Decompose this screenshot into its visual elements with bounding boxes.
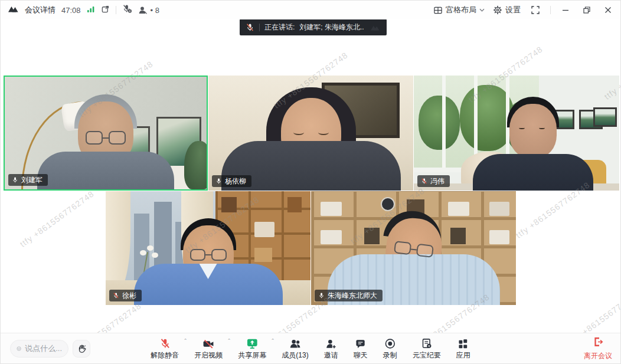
participant-name: 杨依柳 bbox=[225, 178, 246, 185]
participant-name: 刘建军 bbox=[21, 176, 43, 183]
video-feed bbox=[5, 77, 207, 189]
video-tile-xubin[interactable]: 徐彬 bbox=[106, 191, 310, 305]
divider bbox=[550, 6, 551, 14]
chat-placeholder: 说点什么... bbox=[25, 343, 62, 354]
video-grid: 刘建军 杨依柳 bbox=[1, 19, 620, 333]
participant-nametag: 冯伟 bbox=[417, 175, 450, 187]
leave-meeting-button[interactable]: 离开会议 bbox=[584, 333, 612, 364]
layout-switcher[interactable]: 宫格布局 bbox=[433, 5, 485, 15]
meeting-window: 会议详情 47:08 • 8 宫格布局 bbox=[0, 0, 621, 364]
muted-mic-icon bbox=[246, 23, 254, 32]
mic-on-icon bbox=[215, 178, 222, 185]
muted-members-indicator[interactable]: • 8 bbox=[138, 6, 159, 15]
mic-on-icon bbox=[12, 176, 18, 183]
leave-door-icon bbox=[593, 336, 604, 350]
apps-grid-icon bbox=[458, 337, 469, 349]
invite-button[interactable]: 邀请 bbox=[316, 333, 346, 364]
video-feed bbox=[414, 76, 619, 191]
participant-nametag: 刘建军 bbox=[8, 174, 48, 186]
video-tile-yangyiliu[interactable]: 杨依柳 bbox=[208, 76, 413, 191]
unmute-button[interactable]: 解除静音 ⌃ bbox=[143, 333, 187, 364]
participant-nametag: 杨依柳 bbox=[212, 175, 251, 187]
active-speaker-banner: 正在讲话: 刘建军; 朱海峰东北.. bbox=[240, 19, 387, 35]
bottom-toolbar: 说点什么... 解除静音 ⌃ 开启视频 ⌃ bbox=[1, 333, 620, 363]
minimize-button[interactable] bbox=[559, 4, 572, 17]
minutes-doc-icon bbox=[421, 337, 432, 349]
participant-nametag: 朱海峰东北师大 bbox=[315, 290, 383, 301]
invite-icon bbox=[325, 337, 336, 349]
participant-name: 朱海峰东北师大 bbox=[328, 292, 377, 299]
camera-off-icon bbox=[202, 337, 214, 349]
smiley-icon bbox=[17, 344, 21, 353]
participant-name: 冯伟 bbox=[430, 178, 444, 185]
divider bbox=[259, 24, 260, 31]
speaking-prefix: 正在讲话: bbox=[264, 22, 295, 32]
raise-hand-button[interactable] bbox=[73, 340, 90, 358]
yuanbao-minutes-button[interactable]: 元宝纪要 bbox=[405, 333, 449, 364]
video-feed bbox=[106, 191, 310, 305]
muted-count: • 8 bbox=[151, 6, 159, 15]
settings-label: 设置 bbox=[505, 5, 521, 15]
participant-nametag: 徐彬 bbox=[109, 290, 142, 301]
gear-icon bbox=[493, 5, 502, 15]
close-button[interactable] bbox=[602, 4, 615, 17]
record-icon bbox=[384, 337, 396, 349]
meeting-info-link[interactable]: 会议详情 bbox=[25, 5, 55, 15]
layout-label: 宫格布局 bbox=[446, 5, 476, 15]
leave-label: 离开会议 bbox=[584, 351, 612, 361]
raised-hand-icon bbox=[77, 344, 87, 354]
video-tile-fengwei[interactable]: 冯伟 bbox=[414, 76, 619, 191]
start-video-button[interactable]: 开启视频 ⌃ bbox=[187, 333, 230, 364]
video-tile-zhuhaifeng[interactable]: 朱海峰东北师大 bbox=[311, 191, 516, 305]
chat-input[interactable]: 说点什么... bbox=[10, 340, 68, 358]
participant-name: 徐彬 bbox=[122, 292, 136, 299]
banner-logo-watermark-icon bbox=[370, 24, 381, 31]
share-screen-button[interactable]: 共享屏幕 ⌃ bbox=[230, 333, 274, 364]
speaking-names: 刘建军; 朱海峰东北.. bbox=[299, 22, 364, 32]
record-button[interactable]: 录制 bbox=[375, 333, 405, 364]
open-external-icon[interactable] bbox=[101, 5, 110, 16]
network-signal-icon[interactable] bbox=[87, 5, 95, 15]
chat-button[interactable]: 聊天 bbox=[346, 333, 375, 364]
share-screen-icon bbox=[246, 337, 258, 349]
members-icon bbox=[289, 337, 301, 349]
video-tile-liujianjun[interactable]: 刘建军 bbox=[4, 76, 208, 191]
top-bar: 会议详情 47:08 • 8 宫格布局 bbox=[1, 1, 620, 19]
video-feed bbox=[208, 76, 413, 191]
app-logo-icon bbox=[8, 4, 19, 16]
restore-button[interactable] bbox=[580, 4, 593, 17]
apps-button[interactable]: 应用 bbox=[449, 333, 478, 364]
members-button[interactable]: 成员(13) bbox=[274, 333, 316, 364]
mute-status-icon[interactable] bbox=[122, 4, 132, 16]
settings-button[interactable]: 设置 bbox=[493, 5, 521, 15]
toolbar-center: 解除静音 ⌃ 开启视频 ⌃ 共享屏幕 ⌃ bbox=[143, 333, 478, 364]
video-feed bbox=[311, 191, 516, 305]
chat-bubble-icon bbox=[355, 337, 366, 349]
fullscreen-button[interactable] bbox=[529, 4, 542, 17]
divider bbox=[116, 6, 116, 14]
meeting-timer: 47:08 bbox=[61, 6, 81, 15]
mic-on-icon bbox=[318, 292, 325, 299]
chevron-down-icon bbox=[479, 8, 485, 12]
mic-muted-icon bbox=[421, 178, 427, 185]
mic-muted-icon bbox=[113, 292, 119, 299]
mic-muted-red-icon bbox=[159, 337, 171, 349]
